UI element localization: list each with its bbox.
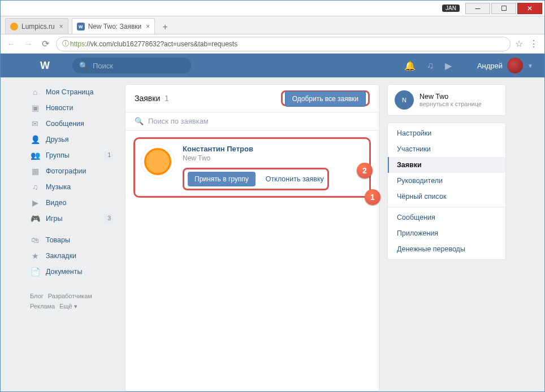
nav-news[interactable]: ▣Новости xyxy=(27,100,117,116)
search-placeholder: Поиск по заявкам xyxy=(148,117,209,125)
badge: 1 xyxy=(105,151,114,160)
groups-icon: 👥 xyxy=(30,151,40,160)
request-avatar[interactable] xyxy=(141,145,175,178)
search-placeholder: Поиск xyxy=(93,62,113,70)
annotation-badge-1: 1 xyxy=(365,189,380,205)
chevron-down-icon: ▼ xyxy=(527,63,533,69)
nav-label: Фотографии xyxy=(46,167,86,175)
accept-button[interactable]: Принять в группу xyxy=(188,172,256,186)
tab-close-icon[interactable]: × xyxy=(146,23,150,31)
vk-header: W 🔍 Поиск 🔔 ♫ ▶ Андрей ▼ xyxy=(1,54,544,77)
nav-label: Сообщения xyxy=(46,120,84,128)
window-maximize-button[interactable] xyxy=(491,3,516,14)
tab-close-icon[interactable]: × xyxy=(59,23,63,31)
nav-music[interactable]: ♫Музыка xyxy=(27,179,117,195)
requests-search-input[interactable]: 🔍 Поиск по заявкам xyxy=(126,112,379,130)
nav-documents[interactable]: 📄Документы xyxy=(27,264,117,280)
nav-forward-button[interactable]: → xyxy=(22,39,34,49)
annotation-highlight: Принять в группу Отклонить заявку xyxy=(183,168,329,190)
request-user-name[interactable]: Константин Петров xyxy=(183,145,364,153)
nav-label: Игры xyxy=(46,215,62,223)
left-nav: ⌂Моя Страница ▣Новости ✉Сообщения 👤Друзь… xyxy=(27,84,117,391)
requests-card: Заявки 1 Одобрить все заявки 🔍 Поиск по … xyxy=(125,84,379,391)
favicon-icon xyxy=(10,23,18,31)
nav-friends[interactable]: 👤Друзья xyxy=(27,132,117,147)
document-icon: 📄 xyxy=(30,267,40,276)
annotation-highlight: Одобрить все заявки xyxy=(281,90,370,106)
rm-requests[interactable]: Заявки xyxy=(388,157,505,173)
market-icon: 🛍 xyxy=(30,236,40,245)
extension-badge[interactable]: JAN xyxy=(442,5,460,12)
rm-apps[interactable]: Приложения xyxy=(388,225,505,241)
nav-market[interactable]: 🛍Товары xyxy=(27,232,117,248)
url-text: ://vk.com/club162778632?act=users&tab=re… xyxy=(85,40,237,48)
tab-title: New Two: Заявки xyxy=(88,23,142,31)
address-bar[interactable]: ⓘ https://vk.com/club162778632?act=users… xyxy=(56,37,511,51)
badge: 3 xyxy=(105,214,114,223)
request-item: Константин Петров New Two Принять в груп… xyxy=(133,137,371,198)
group-settings-menu: Настройки Участники Заявки Руководители … xyxy=(387,123,506,260)
rm-settings[interactable]: Настройки xyxy=(388,125,505,141)
news-icon: ▣ xyxy=(30,103,40,112)
browser-tab-active[interactable]: w New Two: Заявки × xyxy=(72,18,155,34)
vk-search-input[interactable]: 🔍 Поиск xyxy=(72,58,191,73)
star-icon: ★ xyxy=(30,251,40,260)
avatar xyxy=(507,58,523,73)
nav-messages[interactable]: ✉Сообщения xyxy=(27,116,117,132)
nav-label: Новости xyxy=(46,104,73,112)
approve-all-button[interactable]: Одобрить все заявки xyxy=(285,91,366,107)
video-play-icon[interactable]: ▶ xyxy=(445,60,452,71)
music-icon[interactable]: ♫ xyxy=(427,60,434,71)
vk-user-menu[interactable]: Андрей ▼ xyxy=(477,58,533,73)
nav-bookmarks[interactable]: ★Закладки xyxy=(27,248,117,264)
footer-links: БлогРазработчикам РекламаЕщё ▾ xyxy=(27,291,117,311)
vk-logo-icon[interactable]: W xyxy=(40,60,50,72)
bookmark-star-icon[interactable]: ☆ xyxy=(515,38,523,49)
rm-blacklist[interactable]: Чёрный список xyxy=(388,189,505,204)
footer-blog[interactable]: Блог xyxy=(30,293,44,299)
rm-members[interactable]: Участники xyxy=(388,141,505,157)
nav-label: Моя Страница xyxy=(46,88,93,96)
window-close-button[interactable] xyxy=(517,3,542,14)
favicon-icon: w xyxy=(77,23,85,31)
group-avatar: N xyxy=(395,90,414,110)
nav-label: Друзья xyxy=(46,136,69,143)
rm-managers[interactable]: Руководители xyxy=(388,173,505,189)
nav-label: Товары xyxy=(46,236,70,244)
new-tab-button[interactable]: + xyxy=(158,22,172,34)
nav-groups[interactable]: 👥Группы1 xyxy=(27,147,117,163)
nav-photos[interactable]: ▦Фотографии xyxy=(27,163,117,179)
back-to-page-link[interactable]: вернуться к странице xyxy=(419,101,482,107)
decline-link[interactable]: Отклонить заявку xyxy=(266,175,324,183)
browser-menu-button[interactable]: ⋮ xyxy=(527,38,540,49)
rm-transfers[interactable]: Денежные переводы xyxy=(388,241,505,257)
nav-reload-button[interactable]: ⟳ xyxy=(39,38,51,49)
window-minimize-button[interactable] xyxy=(465,3,490,14)
group-name: New Two xyxy=(419,93,482,101)
group-header[interactable]: N New Two вернуться к странице xyxy=(387,84,506,116)
footer-dev[interactable]: Разработчикам xyxy=(48,293,92,299)
notifications-icon[interactable]: 🔔 xyxy=(404,60,416,71)
nav-video[interactable]: ▶Видео xyxy=(27,195,117,211)
nav-label: Видео xyxy=(46,199,67,207)
footer-more[interactable]: Ещё ▾ xyxy=(59,303,77,310)
friends-icon: 👤 xyxy=(30,135,40,144)
search-icon: 🔍 xyxy=(79,62,88,70)
orange-icon xyxy=(144,148,171,175)
nav-my-page[interactable]: ⌂Моя Страница xyxy=(27,84,117,100)
request-group-name: New Two xyxy=(183,154,364,162)
url-protocol: https xyxy=(70,40,85,48)
browser-tab[interactable]: Lumpics.ru × xyxy=(5,18,68,34)
home-icon: ⌂ xyxy=(30,88,40,97)
video-icon: ▶ xyxy=(30,198,40,207)
window-titlebar: JAN xyxy=(1,1,544,16)
footer-ads[interactable]: Реклама xyxy=(30,303,55,310)
messages-icon: ✉ xyxy=(30,119,40,128)
photos-icon: ▦ xyxy=(30,167,40,176)
rm-messages[interactable]: Сообщения xyxy=(388,210,505,225)
lock-icon: ⓘ xyxy=(62,39,69,49)
games-icon: 🎮 xyxy=(30,214,40,223)
nav-back-button[interactable]: ← xyxy=(5,39,18,49)
nav-games[interactable]: 🎮Игры3 xyxy=(27,211,117,227)
browser-toolbar: ← → ⟳ ⓘ https://vk.com/club162778632?act… xyxy=(1,34,544,54)
